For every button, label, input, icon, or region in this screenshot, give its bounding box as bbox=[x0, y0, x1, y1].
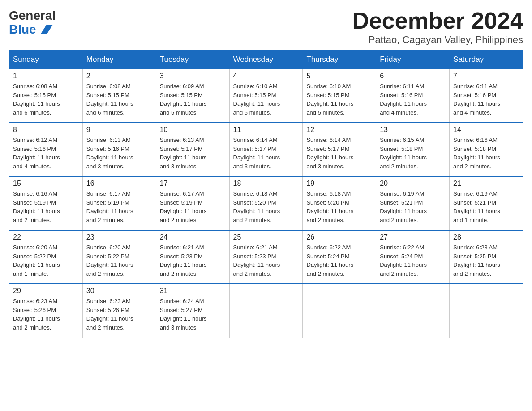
logo-triangle-icon bbox=[40, 25, 47, 34]
sunrise-text: Sunrise: 6:19 AM bbox=[380, 190, 424, 197]
daylight-detail: and 2 minutes. bbox=[380, 163, 418, 170]
week-row-1: 1Sunrise: 6:08 AMSunset: 5:15 PMDaylight… bbox=[9, 69, 523, 123]
sunset-text: Sunset: 5:22 PM bbox=[86, 253, 129, 260]
day-cell-10: 10Sunrise: 6:13 AMSunset: 5:17 PMDayligh… bbox=[156, 123, 229, 176]
day-info: Sunrise: 6:11 AMSunset: 5:16 PMDaylight:… bbox=[453, 82, 519, 117]
daylight-detail: and 6 minutes. bbox=[13, 109, 51, 116]
day-cell-29: 29Sunrise: 6:23 AMSunset: 5:26 PMDayligh… bbox=[9, 284, 83, 338]
sunrise-text: Sunrise: 6:21 AM bbox=[160, 244, 204, 251]
sunrise-text: Sunrise: 6:11 AM bbox=[453, 83, 498, 90]
week-row-5: 29Sunrise: 6:23 AMSunset: 5:26 PMDayligh… bbox=[9, 284, 523, 338]
sunrise-text: Sunrise: 6:17 AM bbox=[160, 190, 204, 197]
daylight-detail: and 2 minutes. bbox=[233, 270, 271, 277]
day-cell-30: 30Sunrise: 6:23 AMSunset: 5:26 PMDayligh… bbox=[82, 284, 156, 338]
daylight-text: Daylight: 11 hours bbox=[13, 154, 60, 161]
sunset-text: Sunset: 5:17 PM bbox=[306, 146, 349, 152]
daylight-text: Daylight: 11 hours bbox=[160, 100, 207, 107]
weekday-header-saturday: Saturday bbox=[450, 51, 523, 69]
daylight-text: Daylight: 11 hours bbox=[160, 315, 207, 322]
day-cell-22: 22Sunrise: 6:20 AMSunset: 5:22 PMDayligh… bbox=[9, 230, 83, 284]
sunrise-text: Sunrise: 6:18 AM bbox=[306, 190, 351, 197]
empty-cell bbox=[376, 284, 450, 338]
location-title: Pattao, Cagayan Valley, Philippines bbox=[352, 34, 523, 46]
day-number: 21 bbox=[453, 180, 519, 188]
daylight-detail: and 4 minutes. bbox=[453, 109, 491, 116]
sunset-text: Sunset: 5:24 PM bbox=[306, 253, 349, 260]
daylight-detail: and 2 minutes. bbox=[86, 270, 124, 277]
sunrise-text: Sunrise: 6:23 AM bbox=[13, 298, 57, 304]
sunrise-text: Sunrise: 6:10 AM bbox=[306, 83, 351, 90]
day-cell-17: 17Sunrise: 6:17 AMSunset: 5:19 PMDayligh… bbox=[156, 176, 229, 230]
daylight-text: Daylight: 11 hours bbox=[13, 261, 60, 268]
daylight-detail: and 2 minutes. bbox=[160, 270, 198, 277]
sunset-text: Sunset: 5:20 PM bbox=[233, 199, 276, 206]
sunrise-text: Sunrise: 6:23 AM bbox=[86, 298, 131, 304]
sunset-text: Sunset: 5:19 PM bbox=[13, 199, 56, 206]
day-info: Sunrise: 6:21 AMSunset: 5:23 PMDaylight:… bbox=[233, 243, 299, 278]
sunset-text: Sunset: 5:15 PM bbox=[160, 92, 203, 98]
sunset-text: Sunset: 5:19 PM bbox=[86, 199, 129, 206]
sunset-text: Sunset: 5:23 PM bbox=[233, 253, 276, 260]
day-cell-16: 16Sunrise: 6:17 AMSunset: 5:19 PMDayligh… bbox=[82, 176, 156, 230]
daylight-detail: and 1 minute. bbox=[13, 270, 48, 277]
daylight-detail: and 3 minutes. bbox=[160, 163, 198, 170]
daylight-detail: and 3 minutes. bbox=[86, 163, 124, 170]
weekday-header-thursday: Thursday bbox=[303, 51, 376, 69]
daylight-text: Daylight: 11 hours bbox=[380, 261, 427, 268]
sunrise-text: Sunrise: 6:08 AM bbox=[86, 83, 131, 90]
day-number: 27 bbox=[380, 233, 446, 241]
day-info: Sunrise: 6:22 AMSunset: 5:24 PMDaylight:… bbox=[306, 243, 372, 278]
sunrise-text: Sunrise: 6:17 AM bbox=[86, 190, 131, 197]
day-info: Sunrise: 6:10 AMSunset: 5:15 PMDaylight:… bbox=[233, 82, 299, 117]
day-info: Sunrise: 6:15 AMSunset: 5:18 PMDaylight:… bbox=[380, 136, 446, 171]
month-title: December 2024 bbox=[352, 9, 523, 32]
sunset-text: Sunset: 5:16 PM bbox=[86, 146, 129, 152]
sunset-text: Sunset: 5:16 PM bbox=[380, 92, 423, 98]
day-number: 4 bbox=[233, 72, 299, 80]
sunrise-text: Sunrise: 6:10 AM bbox=[233, 83, 278, 90]
daylight-detail: and 5 minutes. bbox=[160, 109, 198, 116]
sunrise-text: Sunrise: 6:19 AM bbox=[453, 190, 498, 197]
daylight-detail: and 3 minutes. bbox=[306, 163, 344, 170]
week-row-4: 22Sunrise: 6:20 AMSunset: 5:22 PMDayligh… bbox=[9, 230, 523, 284]
day-cell-7: 7Sunrise: 6:11 AMSunset: 5:16 PMDaylight… bbox=[450, 69, 523, 123]
day-number: 26 bbox=[306, 233, 372, 241]
day-info: Sunrise: 6:17 AMSunset: 5:19 PMDaylight:… bbox=[86, 189, 152, 224]
day-info: Sunrise: 6:22 AMSunset: 5:24 PMDaylight:… bbox=[380, 243, 446, 278]
daylight-text: Daylight: 11 hours bbox=[86, 208, 133, 214]
daylight-detail: and 2 minutes. bbox=[453, 163, 491, 170]
daylight-text: Daylight: 11 hours bbox=[13, 315, 60, 322]
day-number: 14 bbox=[453, 126, 519, 134]
sunset-text: Sunset: 5:15 PM bbox=[233, 92, 276, 98]
sunrise-text: Sunrise: 6:22 AM bbox=[306, 244, 351, 251]
day-cell-28: 28Sunrise: 6:23 AMSunset: 5:25 PMDayligh… bbox=[450, 230, 523, 284]
sunrise-text: Sunrise: 6:20 AM bbox=[86, 244, 131, 251]
day-cell-3: 3Sunrise: 6:09 AMSunset: 5:15 PMDaylight… bbox=[156, 69, 229, 123]
weekday-header-row: SundayMondayTuesdayWednesdayThursdayFrid… bbox=[9, 51, 523, 69]
day-info: Sunrise: 6:14 AMSunset: 5:17 PMDaylight:… bbox=[306, 136, 372, 171]
daylight-detail: and 2 minutes. bbox=[233, 217, 271, 223]
daylight-detail: and 2 minutes. bbox=[160, 217, 198, 223]
day-info: Sunrise: 6:21 AMSunset: 5:23 PMDaylight:… bbox=[160, 243, 226, 278]
day-number: 17 bbox=[160, 180, 226, 188]
day-cell-21: 21Sunrise: 6:19 AMSunset: 5:21 PMDayligh… bbox=[450, 176, 523, 230]
day-number: 10 bbox=[160, 126, 226, 134]
logo: General Blue bbox=[9, 9, 56, 37]
day-number: 1 bbox=[13, 72, 79, 80]
day-number: 2 bbox=[86, 72, 152, 80]
weekday-header-friday: Friday bbox=[376, 51, 450, 69]
day-cell-15: 15Sunrise: 6:16 AMSunset: 5:19 PMDayligh… bbox=[9, 176, 83, 230]
daylight-detail: and 2 minutes. bbox=[453, 270, 491, 277]
sunset-text: Sunset: 5:18 PM bbox=[380, 146, 423, 152]
sunset-text: Sunset: 5:26 PM bbox=[86, 307, 129, 313]
daylight-text: Daylight: 11 hours bbox=[453, 100, 500, 107]
sunrise-text: Sunrise: 6:08 AM bbox=[13, 83, 57, 90]
day-info: Sunrise: 6:13 AMSunset: 5:16 PMDaylight:… bbox=[86, 136, 152, 171]
day-cell-11: 11Sunrise: 6:14 AMSunset: 5:17 PMDayligh… bbox=[229, 123, 303, 176]
empty-cell bbox=[450, 284, 523, 338]
empty-cell bbox=[303, 284, 376, 338]
daylight-detail: and 5 minutes. bbox=[306, 109, 344, 116]
daylight-text: Daylight: 11 hours bbox=[453, 154, 500, 161]
day-number: 28 bbox=[453, 233, 519, 241]
daylight-detail: and 2 minutes. bbox=[86, 324, 124, 331]
